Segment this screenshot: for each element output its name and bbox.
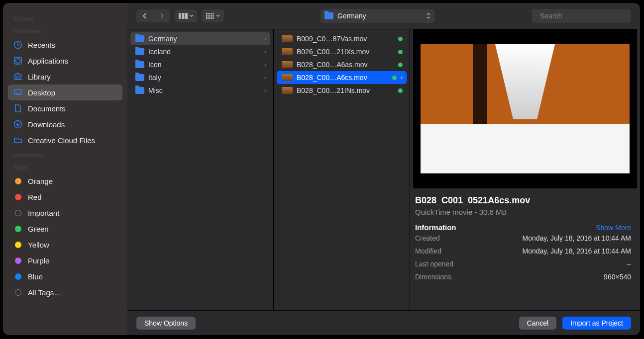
svg-rect-8	[206, 13, 208, 14]
tag-dot-icon	[13, 224, 23, 234]
popup-arrows-icon	[426, 12, 431, 19]
svg-rect-13	[209, 15, 210, 17]
forward-button[interactable]	[153, 9, 170, 22]
tag-yellow[interactable]: Yellow	[8, 237, 122, 253]
info-value: Monday, July 18, 2016 at 10:44 AM	[523, 234, 631, 242]
file-thumbnail-icon	[282, 48, 293, 55]
sidebar-item-label: Creative Cloud Files	[28, 136, 95, 145]
info-key: Modified	[415, 247, 441, 255]
file-thumbnail-icon	[282, 35, 293, 42]
cancel-button[interactable]: Cancel	[519, 317, 557, 330]
svg-rect-16	[206, 17, 208, 19]
info-value: --	[627, 260, 631, 268]
sidebar: iCloudFavoritesRecentsApplicationsLibrar…	[3, 3, 127, 335]
show-options-button[interactable]: Show Options	[136, 317, 196, 330]
toolbar: Germany	[127, 3, 640, 29]
sidebar-item-label: Orange	[28, 177, 53, 185]
folder-icon	[135, 74, 144, 81]
search-field[interactable]	[532, 9, 631, 23]
file-row[interactable]: B009_C0…87Vas.mov	[277, 32, 407, 45]
file-thumbnail-icon	[282, 87, 293, 94]
file-row[interactable]: B028_C00…A6as.mov	[277, 58, 407, 71]
folder-row[interactable]: Icon ›	[130, 58, 270, 71]
folder-row[interactable]: Iceland ›	[130, 45, 270, 58]
sidebar-item-desktop[interactable]: Desktop	[8, 85, 122, 100]
svg-rect-11	[213, 13, 215, 14]
view-columns-control	[175, 9, 197, 22]
tag-green[interactable]: Green	[8, 221, 122, 237]
svg-rect-12	[206, 15, 208, 17]
sidebar-item-recents[interactable]: Recents	[8, 37, 122, 53]
file-browser: Germany › Iceland › Icon › Italy › Misc …	[127, 29, 640, 310]
folder-label: Italy	[148, 74, 260, 82]
view-grid-control	[202, 9, 224, 22]
folder-icon	[135, 87, 144, 94]
svg-point-20	[536, 15, 537, 16]
tag-orange[interactable]: Orange	[8, 173, 122, 189]
info-value: 960×540	[604, 273, 631, 281]
svg-rect-18	[211, 17, 212, 19]
download-icon	[13, 119, 23, 129]
back-button[interactable]	[136, 9, 153, 22]
file-row[interactable]: B028_C00…A6cs.mov ›	[277, 71, 407, 84]
library-icon	[13, 72, 23, 82]
svg-rect-19	[213, 17, 215, 19]
footer: Show Options Cancel Import as Project	[127, 310, 640, 335]
sidebar-item-applications[interactable]: Applications	[8, 53, 122, 69]
import-button[interactable]: Import as Project	[562, 317, 631, 330]
preview-image-container	[413, 29, 637, 188]
svg-rect-1	[14, 57, 21, 64]
desktop-icon	[13, 87, 23, 97]
file-label: B028_C00…21INs.mov	[297, 86, 394, 94]
tag-important[interactable]: Important	[8, 205, 122, 221]
tag-purple[interactable]: Purple	[8, 253, 122, 268]
svg-line-21	[537, 16, 537, 17]
view-columns-button[interactable]	[175, 9, 197, 22]
folder-icon	[13, 135, 23, 145]
sidebar-item-creative-cloud-files[interactable]: Creative Cloud Files	[8, 132, 122, 148]
sidebar-item-label: Important	[28, 209, 59, 217]
tag-dot-icon	[13, 192, 23, 202]
tag-dot-icon	[13, 287, 23, 297]
show-more-link[interactable]: Show More	[596, 224, 631, 232]
chevron-right-icon: ›	[264, 61, 266, 68]
folder-row[interactable]: Misc ›	[130, 84, 270, 97]
folder-label: Germany	[148, 35, 260, 43]
file-label: B028_C00…A6cs.mov	[297, 74, 388, 82]
tag-red[interactable]: Red	[8, 189, 122, 205]
sidebar-item-library[interactable]: Library	[8, 69, 122, 85]
folder-row[interactable]: Germany ›	[130, 32, 270, 45]
folder-column: Germany › Iceland › Icon › Italy › Misc …	[127, 29, 274, 310]
tag-all[interactable]: All Tags…	[8, 284, 122, 300]
file-row[interactable]: B026_C00…21IXs.mov	[277, 45, 407, 58]
file-column: B009_C0…87Vas.mov B026_C00…21IXs.mov B02…	[274, 29, 410, 310]
folder-label: Misc	[148, 86, 260, 94]
tag-indicator-icon	[398, 37, 403, 41]
sidebar-item-downloads[interactable]: Downloads	[8, 116, 122, 132]
sidebar-item-documents[interactable]: Documents	[8, 100, 122, 116]
file-row[interactable]: B028_C00…21INs.mov	[277, 84, 407, 97]
svg-rect-9	[209, 13, 210, 14]
sidebar-item-label: All Tags…	[28, 288, 61, 297]
folder-row[interactable]: Italy ›	[130, 71, 270, 84]
info-key: Created	[415, 234, 440, 242]
folder-icon	[135, 48, 144, 55]
svg-rect-10	[211, 13, 212, 14]
search-input[interactable]	[540, 12, 627, 20]
file-label: B026_C00…21IXs.mov	[297, 48, 394, 56]
tag-dot-icon	[13, 240, 23, 250]
sidebar-item-label: Applications	[28, 57, 68, 65]
sidebar-item-label: Green	[28, 225, 49, 233]
info-key: Last opened	[415, 260, 453, 268]
tag-blue[interactable]: Blue	[8, 268, 122, 284]
chevron-down-icon	[216, 14, 220, 17]
info-row: CreatedMonday, July 18, 2016 at 10:44 AM	[415, 232, 631, 245]
svg-rect-17	[209, 17, 210, 19]
nav-back-forward	[136, 9, 170, 22]
location-popup[interactable]: Germany	[321, 9, 435, 23]
columns-icon	[179, 13, 188, 19]
location-label: Germany	[337, 12, 366, 20]
chevron-down-icon	[190, 14, 194, 17]
view-grid-button[interactable]	[202, 9, 224, 22]
clock-icon	[13, 40, 23, 50]
